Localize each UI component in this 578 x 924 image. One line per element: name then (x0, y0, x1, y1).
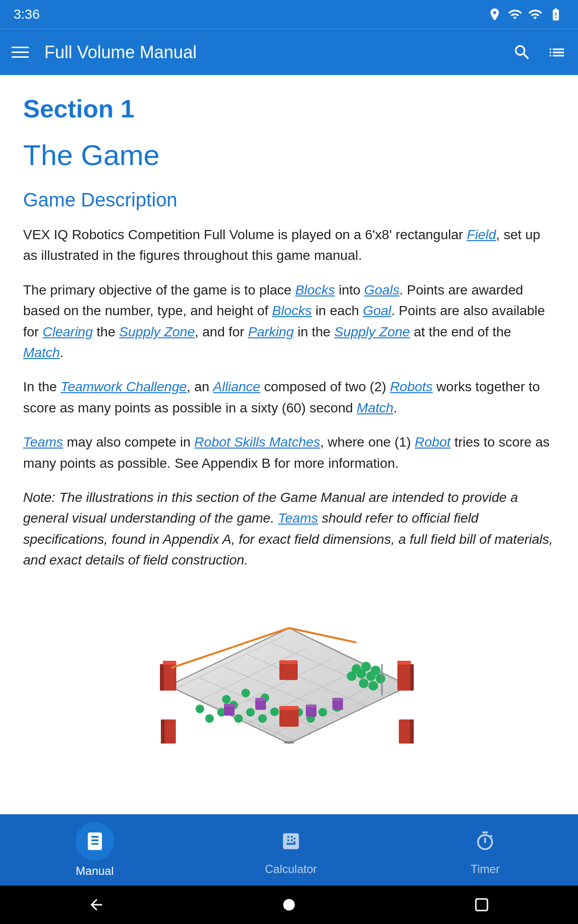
description-heading: Game Description (23, 189, 555, 211)
blocks-link-2[interactable]: Blocks (272, 303, 312, 318)
recents-button[interactable] (473, 896, 490, 913)
svg-rect-48 (255, 698, 266, 701)
paragraph-4: Teams may also compete in Robot Skills M… (23, 432, 555, 474)
svg-point-63 (368, 681, 378, 691)
wifi-icon (507, 7, 523, 22)
field-illustration (120, 590, 458, 792)
recents-icon (473, 896, 490, 913)
corner-br (399, 719, 414, 744)
svg-rect-17 (163, 661, 176, 665)
svg-rect-50 (306, 705, 316, 707)
goals-link-1[interactable]: Goals (364, 282, 399, 297)
clearing-link[interactable]: Clearing (42, 324, 92, 339)
paragraph-1: VEX IQ Robotics Competition Full Volume … (23, 224, 555, 266)
status-time: 3:36 (13, 7, 40, 22)
field-link[interactable]: Field (467, 227, 496, 242)
app-bar-actions (512, 43, 566, 62)
svg-point-61 (371, 666, 381, 675)
svg-rect-21 (164, 719, 176, 744)
back-button[interactable] (88, 896, 105, 913)
manual-icon-wrapper (76, 822, 114, 860)
search-icon[interactable] (512, 43, 532, 62)
blocks-link-1[interactable]: Blocks (295, 282, 335, 297)
svg-rect-52 (332, 698, 343, 701)
svg-point-27 (205, 714, 214, 723)
svg-point-31 (246, 708, 255, 717)
corner-bl (161, 719, 176, 744)
svg-rect-20 (397, 661, 411, 665)
svg-rect-45 (224, 705, 235, 716)
svg-point-39 (241, 689, 250, 697)
supply-zone-link-2[interactable]: Supply Zone (334, 324, 410, 339)
home-icon (280, 896, 298, 913)
svg-point-59 (352, 664, 361, 674)
svg-rect-19 (410, 664, 414, 691)
svg-rect-67 (476, 899, 487, 911)
teams-link-1[interactable]: Teams (23, 435, 63, 449)
nav-item-calculator[interactable]: Calculator (246, 818, 336, 882)
svg-rect-53 (279, 662, 298, 680)
supply-zone-link-1[interactable]: Supply Zone (119, 324, 195, 339)
app-title: Full Volume Manual (44, 42, 512, 63)
parking-link[interactable]: Parking (248, 324, 294, 339)
goal-link[interactable]: Goal (363, 303, 391, 318)
svg-point-30 (234, 714, 243, 723)
paragraph-2: The primary objective of the game is to … (23, 280, 555, 363)
home-button[interactable] (280, 896, 298, 913)
corner-tl (160, 661, 176, 691)
svg-point-58 (376, 674, 385, 683)
svg-rect-51 (332, 699, 343, 710)
match-link-2[interactable]: Match (357, 400, 394, 415)
corner-tr (397, 661, 414, 691)
system-nav-bar (0, 886, 578, 924)
svg-rect-18 (397, 664, 411, 691)
manual-label: Manual (76, 864, 114, 878)
calculator-icon (280, 831, 302, 852)
bottom-nav: Manual Calculator Timer (0, 814, 578, 886)
svg-point-41 (196, 705, 204, 713)
status-icons (487, 7, 565, 22)
manual-icon (84, 831, 105, 852)
svg-point-66 (283, 899, 295, 911)
calculator-label: Calculator (265, 862, 317, 876)
svg-rect-47 (255, 699, 266, 710)
paragraph-note: Note: The illustrations in this section … (23, 487, 555, 571)
teams-link-2[interactable]: Teams (278, 511, 318, 526)
svg-rect-46 (224, 704, 235, 706)
timer-icon-wrapper (468, 824, 502, 859)
field-image-container (23, 590, 555, 792)
signal-icon (528, 7, 542, 22)
svg-point-38 (222, 695, 231, 704)
svg-rect-23 (399, 719, 411, 744)
menu-button[interactable] (12, 47, 29, 58)
section-label: Section 1 (23, 94, 555, 123)
timer-icon (474, 831, 496, 852)
back-icon (88, 896, 105, 913)
status-bar: 3:36 (0, 0, 578, 29)
match-link-1[interactable]: Match (23, 345, 60, 360)
svg-rect-54 (279, 660, 298, 664)
svg-rect-24 (410, 719, 414, 744)
app-bar: Full Volume Manual (0, 29, 578, 75)
nav-item-manual[interactable]: Manual (56, 816, 133, 884)
robot-skills-link[interactable]: Robot Skills Matches (194, 435, 320, 449)
svg-point-62 (359, 679, 368, 688)
robot-link[interactable]: Robot (415, 435, 451, 449)
svg-rect-16 (160, 664, 164, 691)
game-title: The Game (23, 139, 555, 172)
list-icon[interactable] (547, 43, 566, 62)
svg-rect-44 (279, 706, 299, 710)
svg-point-60 (361, 662, 371, 671)
content-area: Section 1 The Game Game Description VEX … (0, 75, 578, 814)
svg-rect-22 (161, 719, 165, 744)
teamwork-challenge-link[interactable]: Teamwork Challenge (61, 379, 187, 394)
alliance-link[interactable]: Alliance (213, 379, 260, 394)
calculator-icon-wrapper (274, 824, 308, 859)
robots-link[interactable]: Robots (390, 379, 433, 394)
timer-label: Timer (471, 862, 499, 876)
svg-point-37 (318, 708, 327, 717)
svg-point-32 (258, 714, 267, 723)
nav-item-timer[interactable]: Timer (448, 818, 522, 882)
svg-rect-49 (306, 706, 316, 717)
battery-icon (547, 7, 565, 22)
